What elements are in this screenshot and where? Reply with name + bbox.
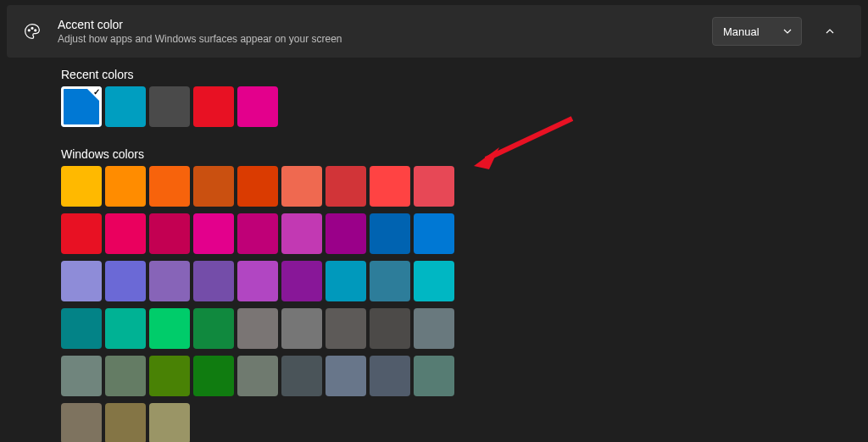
windows-color-swatch[interactable] xyxy=(326,261,366,301)
windows-color-row xyxy=(61,403,868,442)
recent-colors-row: ✓ xyxy=(61,86,868,127)
windows-color-swatch[interactable] xyxy=(414,308,454,349)
palette-icon xyxy=(22,21,42,41)
windows-color-swatch[interactable] xyxy=(326,213,366,254)
windows-color-row xyxy=(61,166,868,207)
recent-color-swatch[interactable] xyxy=(193,86,234,127)
windows-color-swatch[interactable] xyxy=(61,356,102,396)
windows-color-swatch[interactable] xyxy=(149,261,190,301)
windows-color-swatch[interactable] xyxy=(281,308,322,349)
windows-color-swatch[interactable] xyxy=(61,166,102,207)
recent-color-swatch[interactable] xyxy=(105,86,146,127)
dropdown-value: Manual xyxy=(723,25,760,38)
windows-color-swatch[interactable] xyxy=(281,261,322,301)
windows-color-swatch[interactable] xyxy=(414,261,454,301)
svg-point-0 xyxy=(28,30,30,31)
windows-colors-label: Windows colors xyxy=(61,147,868,161)
windows-color-swatch[interactable] xyxy=(370,308,410,349)
windows-color-swatch[interactable] xyxy=(281,213,322,254)
chevron-down-icon xyxy=(782,26,793,36)
windows-color-swatch[interactable] xyxy=(281,356,322,396)
windows-color-swatch[interactable] xyxy=(149,213,190,254)
svg-point-1 xyxy=(31,27,33,29)
windows-color-swatch[interactable] xyxy=(105,308,146,349)
windows-color-swatch[interactable] xyxy=(414,166,454,207)
windows-color-swatch[interactable] xyxy=(237,261,278,301)
windows-color-swatch[interactable] xyxy=(105,261,146,301)
windows-color-swatch[interactable] xyxy=(61,261,102,301)
windows-color-swatch[interactable] xyxy=(105,403,146,442)
windows-color-swatch[interactable] xyxy=(326,356,366,396)
windows-color-row xyxy=(61,308,868,349)
windows-color-swatch[interactable] xyxy=(237,166,278,207)
windows-color-swatch[interactable] xyxy=(370,166,410,207)
collapse-button[interactable] xyxy=(815,17,844,46)
check-icon: ✓ xyxy=(93,87,100,97)
windows-color-swatch[interactable] xyxy=(105,166,146,207)
windows-color-swatch[interactable] xyxy=(149,403,190,442)
windows-color-swatch[interactable] xyxy=(105,213,146,254)
recent-color-swatch[interactable] xyxy=(237,86,278,127)
header-text: Accent color Adjust how apps and Windows… xyxy=(58,17,712,46)
windows-color-swatch[interactable] xyxy=(237,213,278,254)
windows-color-swatch[interactable] xyxy=(370,356,410,396)
windows-color-swatch[interactable] xyxy=(149,308,190,349)
windows-color-swatch[interactable] xyxy=(370,261,410,301)
windows-color-swatch[interactable] xyxy=(237,356,278,396)
windows-color-swatch[interactable] xyxy=(61,213,102,254)
windows-color-swatch[interactable] xyxy=(193,213,234,254)
windows-color-swatch[interactable] xyxy=(149,356,190,396)
windows-color-swatch[interactable] xyxy=(193,308,234,349)
windows-color-swatch[interactable] xyxy=(149,166,190,207)
accent-mode-dropdown[interactable]: Manual xyxy=(712,17,802,46)
windows-color-swatch[interactable] xyxy=(326,166,366,207)
accent-color-header[interactable]: Accent color Adjust how apps and Windows… xyxy=(7,5,861,58)
recent-colors-label: Recent colors xyxy=(61,68,868,81)
windows-color-swatch[interactable] xyxy=(105,356,146,396)
windows-color-row xyxy=(61,261,868,301)
windows-color-swatch[interactable] xyxy=(193,166,234,207)
windows-color-swatch[interactable] xyxy=(193,261,234,301)
recent-color-swatch[interactable] xyxy=(149,86,190,127)
header-title: Accent color xyxy=(58,17,712,32)
windows-colors-grid xyxy=(61,166,868,442)
chevron-up-icon xyxy=(825,26,835,36)
windows-color-swatch[interactable] xyxy=(237,308,278,349)
windows-color-swatch[interactable] xyxy=(414,213,454,254)
windows-color-swatch[interactable] xyxy=(370,213,410,254)
windows-color-swatch[interactable] xyxy=(281,166,322,207)
windows-color-swatch[interactable] xyxy=(193,356,234,396)
windows-color-row xyxy=(61,213,868,254)
header-description: Adjust how apps and Windows surfaces app… xyxy=(58,32,712,46)
windows-color-row xyxy=(61,356,868,396)
windows-color-swatch[interactable] xyxy=(414,356,454,396)
windows-color-swatch[interactable] xyxy=(61,403,102,442)
svg-point-2 xyxy=(35,30,36,31)
windows-color-swatch[interactable] xyxy=(61,308,102,349)
recent-color-swatch[interactable]: ✓ xyxy=(61,86,102,127)
windows-color-swatch[interactable] xyxy=(326,308,366,349)
